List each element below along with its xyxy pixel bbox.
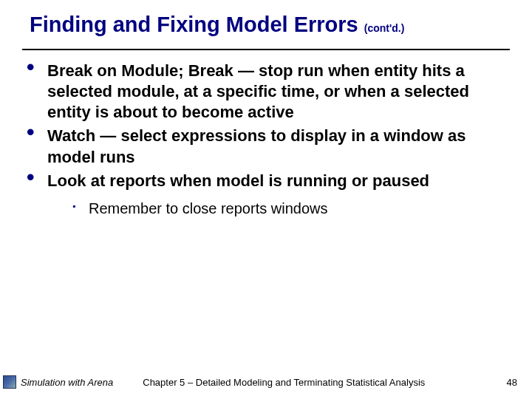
list-item: Look at reports when model is running or… <box>22 171 510 218</box>
title-contd: (cont'd.) <box>364 22 405 34</box>
title-area: Finding and Fixing Model Errors (cont'd.… <box>0 0 532 41</box>
bullet-list: Break on Module; Break — stop run when e… <box>22 61 510 218</box>
list-item: Break on Module; Break — stop run when e… <box>22 61 510 123</box>
list-item: Remember to close reports windows <box>47 199 510 218</box>
book-logo-icon <box>3 375 16 389</box>
list-item: Watch — select expressions to display in… <box>22 126 510 167</box>
bullet-text: Look at reports when model is running or… <box>47 171 429 190</box>
body: Break on Module; Break — stop run when e… <box>0 50 532 218</box>
bullet-text: Watch — select expressions to display in… <box>47 126 466 166</box>
footer-book-title: Simulation with Arena <box>21 377 113 388</box>
footer-page-number: 48 <box>507 377 517 388</box>
slide: Finding and Fixing Model Errors (cont'd.… <box>0 0 532 399</box>
sub-bullet-list: Remember to close reports windows <box>47 199 510 218</box>
footer: Simulation with Arena Chapter 5 – Detail… <box>0 375 532 389</box>
footer-chapter: Chapter 5 – Detailed Modeling and Termin… <box>143 377 491 388</box>
bullet-text: Break on Module; Break — stop run when e… <box>47 61 469 121</box>
title-main: Finding and Fixing Model Errors <box>30 13 358 36</box>
slide-title: Finding and Fixing Model Errors (cont'd.… <box>30 13 510 37</box>
sub-bullet-text: Remember to close reports windows <box>89 200 327 216</box>
